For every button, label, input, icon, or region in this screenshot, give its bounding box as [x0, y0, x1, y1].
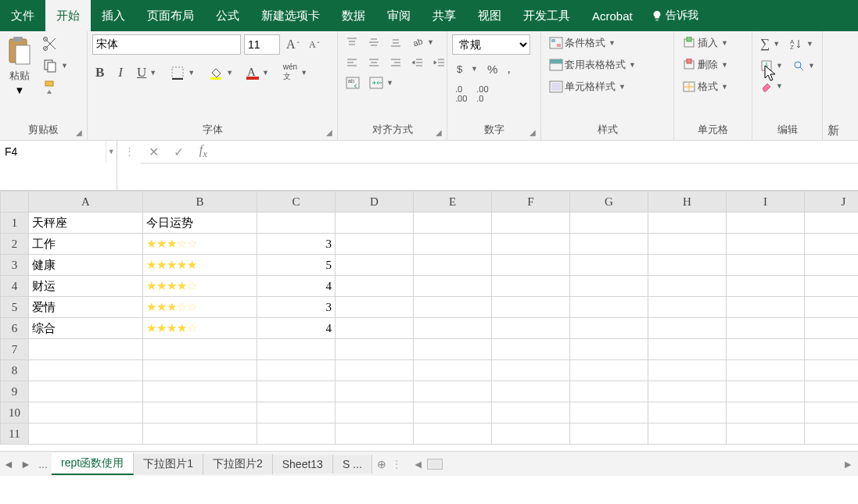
- row-header-9[interactable]: 9: [1, 381, 29, 402]
- border-button[interactable]: ▼: [167, 64, 198, 81]
- cell-J6[interactable]: [805, 318, 859, 339]
- cell-I9[interactable]: [727, 381, 805, 402]
- sheet-nav-next[interactable]: ►: [17, 452, 34, 476]
- fill-button[interactable]: ▼: [757, 58, 786, 73]
- cell-D2[interactable]: [336, 234, 414, 255]
- shrink-font-button[interactable]: Aˇ: [306, 38, 323, 52]
- align-top-button[interactable]: [343, 34, 361, 50]
- cell-A4[interactable]: 财运: [29, 276, 143, 297]
- cell-C11[interactable]: [257, 424, 336, 445]
- copy-button[interactable]: ▼: [39, 56, 71, 75]
- cell-A5[interactable]: 爱情: [29, 297, 143, 318]
- font-size-input[interactable]: [244, 34, 280, 55]
- tab-data[interactable]: 数据: [331, 0, 376, 31]
- cell-G10[interactable]: [570, 402, 648, 424]
- cell-I2[interactable]: [727, 234, 805, 255]
- cell-B6[interactable]: ★★★★☆: [143, 318, 257, 339]
- cell-C5[interactable]: 3: [257, 297, 336, 318]
- row-header-10[interactable]: 10: [1, 402, 29, 424]
- font-name-input[interactable]: [92, 34, 241, 55]
- cell-G1[interactable]: [570, 213, 648, 234]
- cell-B10[interactable]: [143, 402, 257, 424]
- insert-cells-button[interactable]: 插入▼: [679, 34, 731, 52]
- conditional-format-button[interactable]: 条件格式▼: [546, 34, 619, 52]
- cell-C7[interactable]: [257, 339, 336, 360]
- orientation-button[interactable]: ab▼: [408, 34, 437, 50]
- cell-J2[interactable]: [805, 234, 859, 255]
- cell-G2[interactable]: [570, 234, 648, 255]
- cell-A2[interactable]: 工作: [29, 234, 143, 255]
- autosum-button[interactable]: ∑▼: [757, 34, 783, 53]
- wrap-text-button[interactable]: ab: [343, 75, 363, 91]
- delete-cells-button[interactable]: 删除▼: [679, 56, 731, 73]
- cell-G7[interactable]: [570, 339, 648, 360]
- sheet-tab-5[interactable]: S ...: [333, 455, 372, 474]
- cell-I3[interactable]: [727, 255, 805, 276]
- cell-H8[interactable]: [648, 360, 727, 381]
- select-all-corner[interactable]: [1, 191, 29, 213]
- cell-D10[interactable]: [336, 402, 414, 424]
- cell-D5[interactable]: [336, 297, 414, 318]
- sort-filter-button[interactable]: AZ▼: [786, 36, 817, 52]
- tab-share[interactable]: 共享: [422, 0, 467, 31]
- align-center-button[interactable]: [364, 55, 383, 70]
- cell-F3[interactable]: [492, 255, 570, 276]
- cell-F1[interactable]: [492, 213, 570, 234]
- cell-C8[interactable]: [257, 360, 336, 381]
- cell-F11[interactable]: [492, 424, 570, 445]
- cell-E8[interactable]: [414, 360, 492, 381]
- cell-E3[interactable]: [414, 255, 492, 276]
- bold-button[interactable]: B: [92, 63, 107, 82]
- tab-file[interactable]: 文件: [0, 0, 45, 31]
- row-header-5[interactable]: 5: [1, 297, 29, 318]
- percent-button[interactable]: %: [484, 61, 501, 77]
- cell-G6[interactable]: [570, 318, 648, 339]
- cell-H6[interactable]: [648, 318, 727, 339]
- cell-B3[interactable]: ★★★★★: [143, 255, 257, 276]
- cell-G3[interactable]: [570, 255, 648, 276]
- cell-G5[interactable]: [570, 297, 648, 318]
- cell-A11[interactable]: [29, 424, 143, 445]
- cell-J10[interactable]: [805, 402, 859, 424]
- cell-E7[interactable]: [414, 339, 492, 360]
- col-header-G[interactable]: G: [570, 191, 648, 213]
- cell-C10[interactable]: [257, 402, 336, 424]
- row-header-8[interactable]: 8: [1, 360, 29, 381]
- cell-D3[interactable]: [336, 255, 414, 276]
- cell-F6[interactable]: [492, 318, 570, 339]
- col-header-F[interactable]: F: [492, 191, 570, 213]
- cut-button[interactable]: [39, 34, 71, 53]
- cell-I5[interactable]: [727, 297, 805, 318]
- cell-J8[interactable]: [805, 360, 859, 381]
- cell-B1[interactable]: 今日运势: [143, 213, 257, 234]
- cell-H7[interactable]: [648, 339, 727, 360]
- cell-A1[interactable]: 天秤座: [29, 213, 143, 234]
- cell-J7[interactable]: [805, 339, 859, 360]
- align-launcher[interactable]: ◢: [436, 128, 442, 137]
- cell-D4[interactable]: [336, 276, 414, 297]
- number-format-select[interactable]: 常规: [452, 34, 530, 55]
- cell-I1[interactable]: [727, 213, 805, 234]
- cell-J3[interactable]: [805, 255, 859, 276]
- new-sheet-button[interactable]: ⊕: [372, 458, 391, 470]
- cell-H2[interactable]: [648, 234, 727, 255]
- cell-D7[interactable]: [336, 339, 414, 360]
- horizontal-scrollbar[interactable]: ◄ ►: [397, 458, 858, 470]
- cell-J9[interactable]: [805, 381, 859, 402]
- cell-J11[interactable]: [805, 424, 859, 445]
- increase-decimal-button[interactable]: .0.00: [452, 83, 470, 105]
- cell-I4[interactable]: [727, 276, 805, 297]
- col-header-E[interactable]: E: [414, 191, 492, 213]
- row-header-2[interactable]: 2: [1, 234, 29, 255]
- cell-F5[interactable]: [492, 297, 570, 318]
- cell-J5[interactable]: [805, 297, 859, 318]
- cell-A3[interactable]: 健康: [29, 255, 143, 276]
- sheet-tab-4[interactable]: Sheet13: [273, 455, 333, 474]
- col-header-J[interactable]: J: [805, 191, 859, 213]
- cell-C4[interactable]: 4: [257, 276, 336, 297]
- cell-C3[interactable]: 5: [257, 255, 336, 276]
- name-box-input[interactable]: [0, 141, 106, 163]
- cell-I11[interactable]: [727, 424, 805, 445]
- cell-H9[interactable]: [648, 381, 727, 402]
- cell-B9[interactable]: [143, 381, 257, 402]
